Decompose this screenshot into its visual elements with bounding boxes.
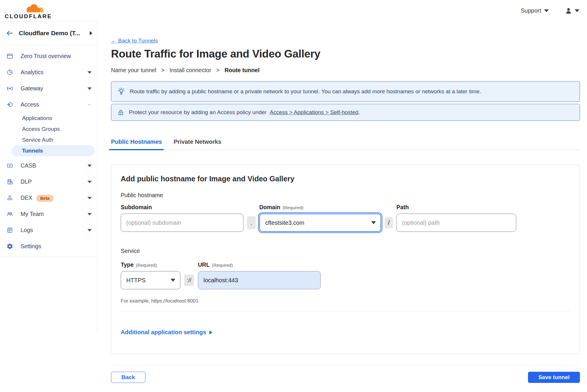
chevron-down-icon xyxy=(88,197,92,199)
domain-required-hint: (Required) xyxy=(283,205,304,210)
chevron-down-icon xyxy=(88,181,92,183)
analytics-icon xyxy=(6,69,13,76)
sidebar-item-dlp[interactable]: DLP xyxy=(0,174,97,190)
step-separator: > xyxy=(161,67,164,74)
sidebar-item-label: CASB xyxy=(21,162,88,169)
sidebar-item-tunnels[interactable]: Tunnels xyxy=(12,145,95,156)
sidebar: Cloudflare Demo (T... Zero Trust overvie… xyxy=(0,21,97,332)
url-label: URL(Required) xyxy=(198,261,321,268)
support-menu[interactable]: Support xyxy=(521,7,549,14)
logs-icon xyxy=(6,227,13,234)
sidebar-nav: Zero Trust overview Analytics Gateway xyxy=(0,45,97,257)
cloudflare-cloud-icon xyxy=(23,3,46,13)
sidebar-item-label: Logs xyxy=(21,227,88,234)
sidebar-item-dex[interactable]: DEXBeta xyxy=(0,190,97,206)
tab-private-networks[interactable]: Private Networks xyxy=(174,138,221,150)
top-bar: CLOUDFLARE Support xyxy=(0,0,587,21)
chevron-down-icon xyxy=(171,279,175,282)
sidebar-item-label: DEXBeta xyxy=(21,195,88,201)
subdomain-input[interactable] xyxy=(121,214,243,232)
dot-separator: . xyxy=(247,216,256,229)
dex-icon xyxy=(6,195,13,201)
lightbulb-icon xyxy=(117,87,125,96)
type-select[interactable]: HTTPS xyxy=(121,271,180,289)
account-menu[interactable] xyxy=(565,7,579,15)
back-button[interactable]: Back xyxy=(111,372,145,383)
chevron-down-icon xyxy=(88,87,92,90)
url-input[interactable] xyxy=(198,271,321,289)
chevron-up-icon xyxy=(87,102,92,107)
chevron-right-icon[interactable] xyxy=(90,31,92,35)
support-label: Support xyxy=(521,7,541,14)
sidebar-item-access-groups[interactable]: Access Groups xyxy=(0,124,97,134)
sidebar-item-access[interactable]: Access xyxy=(0,97,97,113)
sidebar-item-label: Access xyxy=(21,101,87,108)
domain-select-value: cftestsite3.com xyxy=(265,219,304,226)
chevron-down-icon xyxy=(88,213,92,215)
add-public-hostname-card: Add public hostname for Image and Video … xyxy=(111,164,580,354)
type-required-hint: (Required) xyxy=(136,263,157,268)
sidebar-item-my-team[interactable]: My Team xyxy=(0,206,97,222)
card-divider xyxy=(121,311,570,311)
back-to-tunnels-link[interactable]: ← Back to Tunnels xyxy=(111,38,158,44)
step-name-your-tunnel: Name your tunnel xyxy=(111,67,156,74)
step-route-tunnel: Route tunnel xyxy=(225,67,260,74)
breadcrumb: Name your tunnel > Install connector > R… xyxy=(111,67,580,74)
gateway-icon xyxy=(6,85,13,92)
protect-banner: Protect your resource by adding an Acces… xyxy=(111,104,580,121)
path-input[interactable] xyxy=(396,214,516,232)
casb-icon xyxy=(6,162,13,169)
url-example-hint: For example, https://localhost:8001 xyxy=(121,298,570,304)
cloudflare-logo-text: CLOUDFLARE xyxy=(5,13,52,19)
user-icon xyxy=(565,7,572,15)
sidebar-item-label: Service Auth xyxy=(22,137,53,143)
sidebar-item-analytics[interactable]: Analytics xyxy=(0,64,97,80)
cloudflare-logo[interactable]: CLOUDFLARE xyxy=(5,3,49,19)
dlp-icon xyxy=(6,178,13,185)
sidebar-item-label: Settings xyxy=(21,243,92,250)
url-required-hint: (Required) xyxy=(212,263,233,268)
domain-label: Domain(Required) xyxy=(259,204,381,211)
sidebar-item-casb[interactable]: CASB xyxy=(0,158,97,174)
domain-select[interactable]: cftestsite3.com xyxy=(259,214,381,232)
scheme-separator: :// xyxy=(184,275,194,286)
sidebar-item-service-auth[interactable]: Service Auth xyxy=(0,134,97,145)
footer-divider xyxy=(111,365,580,366)
info-banner: Route traffic by adding a public hostnam… xyxy=(111,81,580,102)
my-team-icon xyxy=(6,211,13,217)
sidebar-item-logs[interactable]: Logs xyxy=(0,222,97,238)
page-title: Route Traffic for Image and Video Galler… xyxy=(111,48,580,60)
info-banner-text: Route traffic by adding a public hostnam… xyxy=(130,88,481,95)
type-label: Type(Required) xyxy=(121,261,180,268)
chevron-down-icon xyxy=(88,229,92,232)
chevron-down-icon xyxy=(371,221,376,224)
sidebar-item-settings[interactable]: Settings xyxy=(0,238,97,254)
sidebar-item-label: My Team xyxy=(21,211,88,217)
main-content: ← Back to Tunnels Route Traffic for Imag… xyxy=(97,21,587,383)
step-separator: > xyxy=(216,67,219,74)
access-icon xyxy=(6,101,13,108)
slash-separator: / xyxy=(385,217,393,228)
tab-public-hostnames[interactable]: Public Hostnames xyxy=(111,138,162,150)
service-label: Service xyxy=(121,248,570,254)
sidebar-item-zero-trust-overview[interactable]: Zero Trust overview xyxy=(0,48,97,64)
lock-icon xyxy=(117,109,125,116)
settings-gear-icon xyxy=(6,243,13,250)
sidebar-item-label: Applications xyxy=(22,115,52,121)
chevron-down-icon xyxy=(88,71,92,74)
subdomain-label: Subdomain xyxy=(121,204,243,211)
save-tunnel-button[interactable]: Save tunnel xyxy=(528,372,580,383)
back-arrow-icon[interactable] xyxy=(6,29,14,37)
sidebar-item-label: Tunnels xyxy=(22,148,43,154)
chevron-down-icon xyxy=(88,165,92,167)
sidebar-item-applications[interactable]: Applications xyxy=(0,113,97,124)
access-applications-self-hosted-link[interactable]: Access > Applications > Self-hosted xyxy=(270,109,359,115)
sidebar-item-gateway[interactable]: Gateway xyxy=(0,80,97,97)
additional-application-settings-link[interactable]: Additional application settings xyxy=(121,329,212,336)
account-switcher[interactable]: Cloudflare Demo (T... xyxy=(0,21,97,45)
sidebar-item-label: Access Groups xyxy=(22,126,60,132)
sidebar-item-label: DLP xyxy=(21,178,88,185)
path-label: Path xyxy=(396,204,516,211)
sidebar-item-label: Zero Trust overview xyxy=(21,53,92,60)
chevron-right-icon xyxy=(209,330,212,334)
